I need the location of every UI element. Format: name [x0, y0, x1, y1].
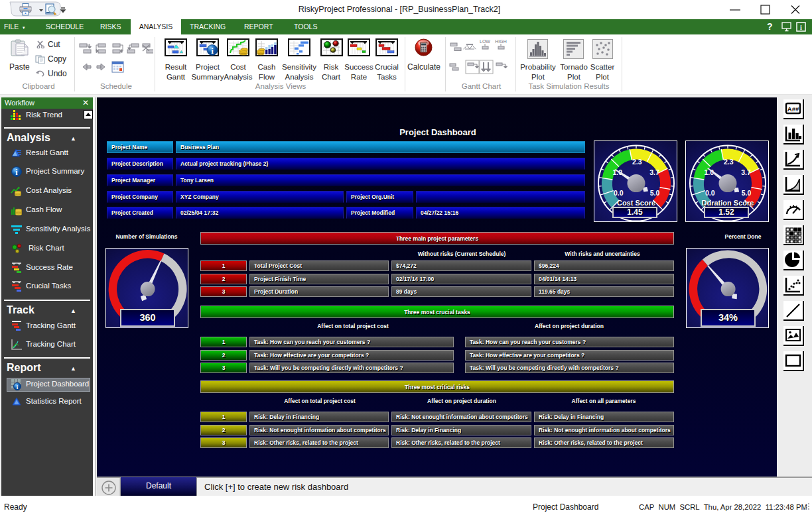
svg-text:A##: A## [787, 105, 799, 113]
svg-text:2.3: 2.3 [724, 158, 734, 166]
svg-text:0.0: 0.0 [705, 189, 715, 197]
svg-text:2.3: 2.3 [632, 158, 642, 166]
svg-text:Cost Score: Cost Score [617, 199, 655, 207]
svg-text:i: i [211, 46, 214, 56]
svg-text:HIGH: HIGH [495, 39, 507, 44]
svg-text:3.7: 3.7 [741, 168, 751, 176]
svg-text:i: i [800, 24, 802, 31]
svg-text:5.0: 5.0 [742, 189, 752, 197]
svg-text:LOW: LOW [480, 39, 490, 44]
svg-text:3.7: 3.7 [649, 168, 659, 176]
svg-text:5.0: 5.0 [650, 189, 660, 197]
svg-text:Duration Score: Duration Score [702, 199, 754, 207]
svg-text:0.0: 0.0 [614, 189, 624, 197]
